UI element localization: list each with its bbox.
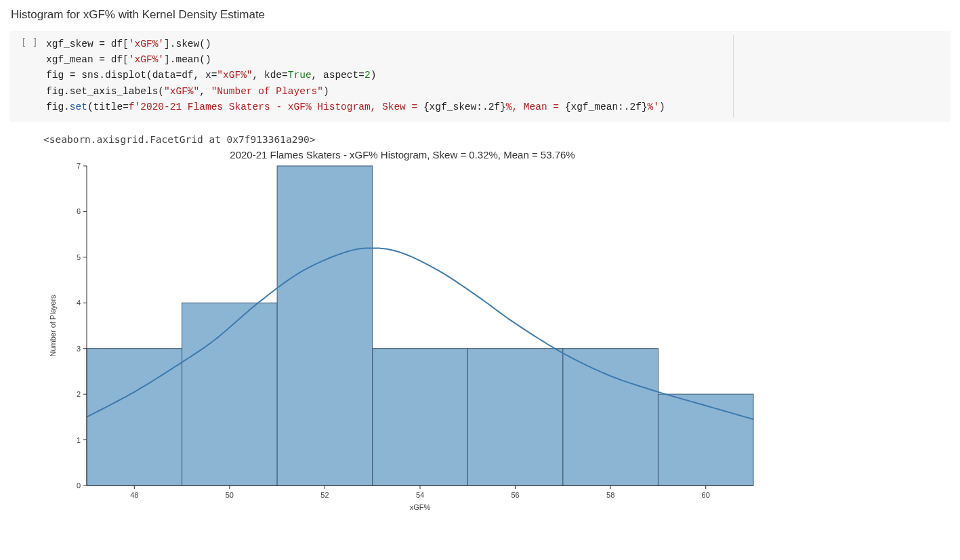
histogram-bar <box>277 166 373 486</box>
histogram-bar <box>373 349 468 486</box>
output-repr: <seaborn.axisgrid.FacetGrid at 0x7f91336… <box>43 134 951 145</box>
y-tick-label: 6 <box>77 207 81 215</box>
histogram-bar <box>658 394 753 486</box>
x-tick-label: 58 <box>606 491 614 499</box>
x-tick-label: 50 <box>226 491 234 499</box>
code-cell: [ ] xgf_skew = df['xGF%'].skew() xgf_mea… <box>9 31 951 122</box>
x-tick-label: 54 <box>416 491 424 499</box>
output-area: <seaborn.axisgrid.FacetGrid at 0x7f91336… <box>43 134 951 514</box>
x-tick-label: 56 <box>511 491 519 499</box>
x-tick-label: 60 <box>702 491 710 499</box>
chart-title: 2020-21 Flames Skaters - xGF% Histogram,… <box>43 149 761 160</box>
cell-prompt: [ ] <box>9 31 43 122</box>
y-tick-label: 2 <box>77 390 81 398</box>
chart: 2020-21 Flames Skaters - xGF% Histogram,… <box>43 149 761 514</box>
y-tick-label: 0 <box>77 481 81 490</box>
histogram-bar <box>182 303 278 486</box>
y-tick-label: 1 <box>77 436 81 444</box>
ruler <box>733 35 734 118</box>
x-tick-label: 48 <box>130 491 138 499</box>
histogram-bar <box>563 349 659 486</box>
y-axis-label: Number of Players <box>49 295 57 357</box>
section-title: Histogram for xGF% with Kernel Density E… <box>11 8 951 22</box>
y-tick-label: 4 <box>77 299 81 307</box>
histogram-bar <box>467 349 563 486</box>
histogram-bar <box>87 349 182 486</box>
x-axis-label: xGF% <box>410 503 431 511</box>
y-tick-label: 3 <box>77 345 81 353</box>
code-editor[interactable]: xgf_skew = df['xGF%'].skew() xgf_mean = … <box>43 31 951 122</box>
histogram-svg: 0123456748505254565860xGF%Number of Play… <box>43 162 761 514</box>
y-tick-label: 7 <box>77 162 81 170</box>
x-tick-label: 52 <box>320 491 329 499</box>
y-tick-label: 5 <box>77 253 81 261</box>
